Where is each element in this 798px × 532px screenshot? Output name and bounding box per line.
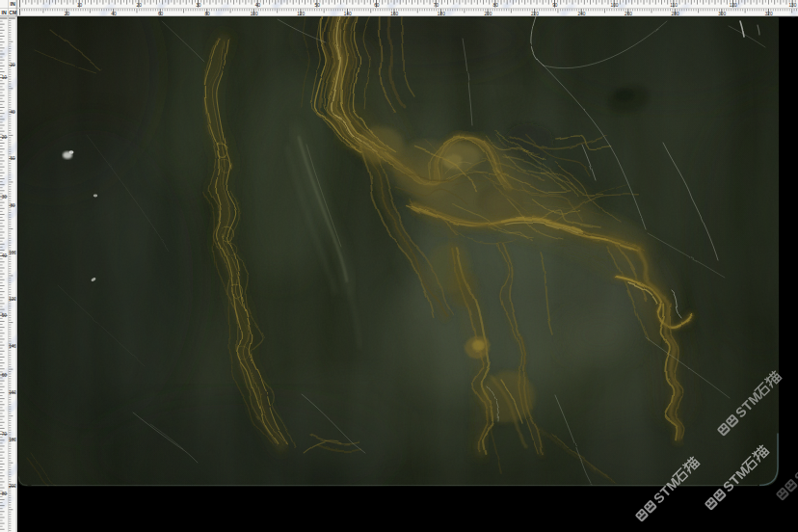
svg-text:10: 10 xyxy=(2,75,8,80)
svg-text:40: 40 xyxy=(2,253,8,258)
svg-text:120: 120 xyxy=(9,297,16,302)
svg-text:40: 40 xyxy=(255,3,261,8)
svg-text:60: 60 xyxy=(158,12,164,16)
svg-text:20: 20 xyxy=(10,63,15,67)
svg-text:200: 200 xyxy=(484,12,492,16)
svg-text:140: 140 xyxy=(344,12,352,16)
svg-text:IN: IN xyxy=(11,1,15,7)
svg-text:70: 70 xyxy=(434,3,439,8)
svg-text:10: 10 xyxy=(77,3,83,8)
svg-text:20: 20 xyxy=(65,12,70,16)
svg-text:280: 280 xyxy=(672,12,679,16)
svg-text:CM: CM xyxy=(9,10,16,15)
svg-text:120: 120 xyxy=(297,12,305,16)
svg-text:100: 100 xyxy=(9,251,16,255)
svg-text:IN: IN xyxy=(2,10,7,15)
svg-text:180: 180 xyxy=(438,12,445,16)
svg-text:140: 140 xyxy=(9,344,16,349)
svg-text:80: 80 xyxy=(204,12,210,16)
svg-text:50: 50 xyxy=(315,3,321,8)
svg-text:20: 20 xyxy=(2,135,8,140)
svg-text:180: 180 xyxy=(9,438,16,442)
svg-text:60: 60 xyxy=(374,3,380,8)
svg-text:70: 70 xyxy=(2,432,8,437)
svg-text:40: 40 xyxy=(10,110,15,115)
svg-text:40: 40 xyxy=(111,12,117,16)
svg-text:80: 80 xyxy=(2,492,8,496)
svg-text:130: 130 xyxy=(788,3,796,8)
svg-text:30: 30 xyxy=(2,195,8,200)
svg-text:20: 20 xyxy=(137,3,143,8)
svg-text:160: 160 xyxy=(390,12,398,16)
svg-text:160: 160 xyxy=(9,390,16,395)
svg-text:120: 120 xyxy=(730,3,737,8)
svg-text:80: 80 xyxy=(10,203,15,208)
svg-text:100: 100 xyxy=(610,3,618,8)
svg-text:220: 220 xyxy=(531,12,539,16)
svg-text:240: 240 xyxy=(577,12,585,16)
svg-text:60: 60 xyxy=(10,156,15,161)
svg-text:110: 110 xyxy=(670,3,678,8)
svg-text:300: 300 xyxy=(718,12,726,16)
svg-text:50: 50 xyxy=(2,313,8,318)
svg-text:100: 100 xyxy=(251,12,258,16)
svg-text:60: 60 xyxy=(2,373,8,378)
svg-text:320: 320 xyxy=(765,12,773,16)
svg-text:30: 30 xyxy=(196,3,201,8)
svg-text:260: 260 xyxy=(625,12,632,16)
svg-text:80: 80 xyxy=(492,3,498,8)
svg-text:200: 200 xyxy=(9,484,16,489)
svg-text:90: 90 xyxy=(552,3,558,8)
